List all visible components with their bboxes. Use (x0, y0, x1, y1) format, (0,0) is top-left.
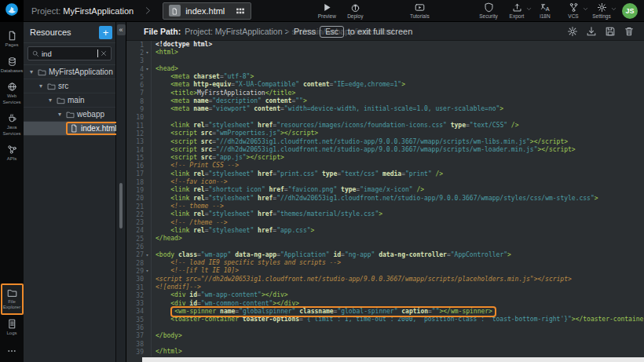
sidebar-item-logs[interactable]: Logs (0, 315, 24, 341)
code-line-29[interactable]: 29▾ <!--[if lt IE 10]> (126, 267, 644, 275)
code-text: <meta http-equiv="X-UA-Compatible" conte… (152, 81, 405, 89)
code-line-26[interactable]: 26 (126, 243, 644, 250)
code-line-21[interactable]: 21 <!-- theme --> (126, 203, 644, 210)
code-line-10[interactable]: 10 (126, 114, 644, 122)
code-line-39[interactable]: 39</html> (126, 348, 644, 356)
code-line-24[interactable]: 24 <link rel="stylesheet" href="app.css"… (126, 227, 644, 235)
sidebar-item-file-explorer[interactable]: File Explorer (1, 283, 24, 315)
topbar-preview-button[interactable]: Preview (313, 1, 341, 20)
sidebar-item-label: Java Services (0, 125, 24, 137)
editor-settings-button[interactable] (567, 26, 578, 37)
topbar-deploy-button[interactable]: Deploy (341, 1, 369, 20)
folder-icon (57, 96, 65, 104)
line-number: 13 (126, 138, 144, 145)
sidebar-item-pages[interactable]: Pages (0, 27, 24, 53)
code-line-3[interactable]: 3 (126, 57, 644, 65)
code-editor: File Path: Project: MyFirstApplication >… (126, 22, 644, 362)
wavemaker-logo[interactable] (0, 0, 24, 22)
esc-key-badge: Esc (320, 26, 344, 38)
clear-search-icon[interactable] (101, 50, 107, 57)
topbar-security-button[interactable]: Security (474, 1, 503, 20)
code-line-14[interactable]: 14 <script src="//dh2dw20653ig1.cloudfro… (126, 146, 644, 154)
panel-scrollbar-thumb[interactable] (119, 183, 123, 229)
code-line-22[interactable]: 22 <link rel="stylesheet" href="themes/m… (126, 210, 644, 218)
sidebar-item-databases[interactable]: Databases (0, 53, 24, 79)
code-line-15[interactable]: 15 <script src="app.js"></script> (126, 154, 644, 162)
code-line-8[interactable]: 8 <meta name="description" content=""> (126, 97, 644, 105)
fold-gutter (144, 122, 152, 130)
delete-button[interactable] (624, 26, 635, 37)
line-number: 22 (126, 211, 144, 218)
code-line-31[interactable]: 31<![endif]--> (126, 283, 644, 291)
more-options-icon[interactable] (7, 340, 16, 360)
code-line-38[interactable]: 38 (126, 340, 644, 348)
sidebar-item-java-services[interactable]: Java Services (0, 109, 24, 141)
chevron-right-icon (144, 6, 152, 15)
code-line-18[interactable]: 18 <!--fav icon--> (126, 178, 644, 186)
code-line-23[interactable]: 23 <!-- /theme --> (126, 219, 644, 227)
code-line-32[interactable]: 32 <div id="wm-app-content"></div> (126, 291, 644, 299)
code-line-17[interactable]: 17 <link rel="stylesheet" href="print.cs… (126, 170, 644, 178)
fold-icon[interactable]: ▾ (144, 49, 152, 57)
fold-gutter (144, 243, 152, 250)
code-line-2[interactable]: 2▾<html> (126, 49, 644, 57)
code-line-28[interactable]: 28 <!-- load IE9 specific styles and scr… (126, 259, 644, 267)
code-line-11[interactable]: 11 <link rel="stylesheet" href="resource… (126, 122, 644, 130)
project-label: Project: (31, 6, 60, 16)
sidebar-item-web-services[interactable]: Web Services (0, 78, 24, 109)
caret-down-icon[interactable]: ▾ (49, 97, 57, 104)
code-line-6[interactable]: 6 <meta http-equiv="X-UA-Compatible" con… (126, 81, 644, 89)
editor-horizontal-scrollbar[interactable] (142, 357, 644, 362)
topbar-settings-button[interactable]: Settings (587, 1, 616, 20)
code-line-5[interactable]: 5 <meta charset="utf-8"> (126, 73, 644, 81)
tree-item-label: MyFirstApplication (49, 68, 113, 76)
code-line-37[interactable]: 37</body> (126, 332, 644, 340)
download-button[interactable] (586, 26, 597, 37)
topbar-vcs-button[interactable]: VCS (559, 1, 587, 20)
search-input[interactable]: ind (27, 46, 112, 60)
file-path-bar: File Path: Project: MyFirstApplication >… (126, 22, 644, 41)
code-line-1[interactable]: 1<!doctype html> (126, 41, 644, 49)
code-line-12[interactable]: 12 <script src="wmProperties.js"></scrip… (126, 130, 644, 137)
sidebar-item-apis[interactable]: APIs (0, 141, 24, 166)
code-line-9[interactable]: 9 <meta name="viewport" content="width=d… (126, 105, 644, 113)
code-line-16[interactable]: 16 <!-- Print CSS --> (126, 162, 644, 170)
code-line-36[interactable]: 36 (126, 324, 644, 331)
code-line-7[interactable]: 7 <title>MyFirstApplication</title> (126, 90, 644, 97)
fold-icon[interactable]: ▾ (144, 251, 152, 259)
code-line-4[interactable]: 4▾<head> (126, 65, 644, 73)
code-line-13[interactable]: 13 <script src="//dh2dw20653ig1.cloudfro… (126, 138, 644, 146)
code-line-30[interactable]: 30<script src="//dh2dw20653ig1.cloudfron… (126, 276, 644, 283)
code-line-20[interactable]: 20 <link rel="stylesheet" href="//dh2dw2… (126, 195, 644, 203)
sidebar-item-label: File Explorer (0, 299, 24, 311)
fold-gutter (144, 154, 152, 162)
add-resource-button[interactable]: + (99, 26, 112, 39)
code-area[interactable]: 1<!doctype html>2▾<html>34▾<head>5 <meta… (126, 41, 644, 357)
code-line-34[interactable]: 34 <wm-spinner name="globalspinner" clas… (126, 308, 644, 316)
code-line-27[interactable]: 27▾<body class="wm-app" data-ng-app="App… (126, 251, 644, 259)
tab-index-html[interactable]: index.html (163, 2, 251, 20)
tree-item-myfirstapplication[interactable]: ▾MyFirstApplication (24, 65, 115, 79)
topbar-export-button[interactable]: Export (503, 1, 531, 20)
sidebar-item-label: APIs (0, 156, 24, 163)
caret-down-icon[interactable]: ▾ (58, 111, 66, 118)
code-line-25[interactable]: 25</head> (126, 235, 644, 243)
fold-icon[interactable]: ▾ (144, 267, 152, 275)
topbar-i18n-button[interactable]: Ai18N (531, 1, 559, 20)
avatar[interactable]: JS (622, 3, 638, 19)
fold-icon[interactable]: ▾ (144, 65, 152, 73)
code-text: <html> (152, 49, 178, 57)
collapse-panel-button[interactable]: « (117, 24, 126, 35)
caret-down-icon[interactable]: ▾ (39, 82, 47, 90)
line-number: 29 (126, 268, 144, 275)
code-text: </head> (152, 235, 182, 243)
code-line-19[interactable]: 19 <link rel="shortcut icon" href="favic… (126, 186, 644, 194)
tree-item-index-html[interactable]: index.html (24, 122, 115, 136)
save-button[interactable] (605, 26, 616, 37)
tree-item-src[interactable]: ▾src (24, 79, 115, 93)
grid-icon[interactable] (236, 6, 245, 16)
caret-down-icon[interactable]: ▾ (30, 68, 38, 75)
topbar-tutorials-button[interactable]: Tutorials (405, 1, 434, 20)
tree-item-main[interactable]: ▾main (24, 93, 115, 108)
tree-item-webapp[interactable]: ▾webapp (24, 108, 115, 122)
